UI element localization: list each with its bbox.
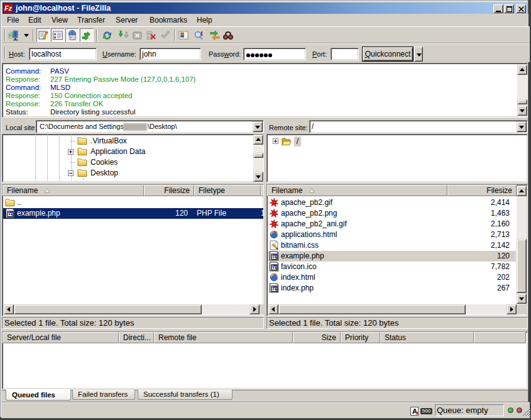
svg-text:Fz: Fz <box>4 4 13 12</box>
